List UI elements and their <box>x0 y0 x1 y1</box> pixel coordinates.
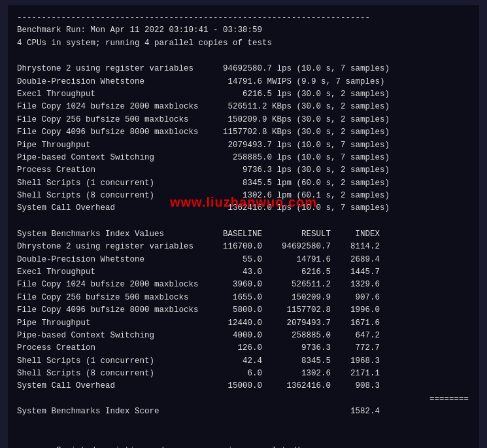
raw-result-line: Dhrystone 2 using register variables 946… <box>17 63 470 75</box>
score-line: System Benchmarks Index Score 1582.4 <box>17 405 470 418</box>
index-result-line: System Call Overhead 15000.0 1362416.0 9… <box>17 380 470 392</box>
empty-line-1 <box>17 50 470 63</box>
score-row: System Benchmarks Index Score 1582.4 <box>17 405 470 418</box>
raw-result-line: Pipe Throughput 2079493.7 lps (10.0 s, 7… <box>17 139 470 152</box>
raw-result-line: File Copy 1024 bufsize 2000 maxblocks 52… <box>17 101 470 113</box>
equals-separator: ======== <box>17 393 470 405</box>
header-line2: 4 CPUs in system; running 4 parallel cop… <box>17 37 470 50</box>
raw-result-line: Shell Scripts (1 concurrent) 8345.5 lpm … <box>17 177 470 190</box>
header-line1: Benchmark Run: Mon Apr 11 2022 03:10:41 … <box>17 24 470 37</box>
watermark: www.liuzhanwuo.com <box>170 195 317 210</box>
raw-result-line: Double-Precision Whetstone 14791.6 MWIPS… <box>17 76 470 88</box>
index-result-line: Double-Precision Whetstone 55.0 14791.6 … <box>17 254 470 266</box>
raw-result-line: File Copy 4096 bufsize 8000 maxblocks 11… <box>17 126 470 139</box>
index-result-line: File Copy 4096 bufsize 8000 maxblocks 58… <box>17 304 470 317</box>
raw-result-line: Process Creation 9736.3 lps (30.0 s, 2 s… <box>17 164 470 177</box>
index-result-line: Execl Throughput 43.0 6216.5 1445.7 <box>17 266 470 279</box>
separator-top: ----------------------------------------… <box>17 12 470 24</box>
index-result-line: Dhrystone 2 using register variables 116… <box>17 241 470 253</box>
completion-line: ======= Script description and score com… <box>17 445 470 448</box>
index-result-line: File Copy 1024 bufsize 2000 maxblocks 39… <box>17 279 470 291</box>
raw-result-line: Execl Throughput 6216.5 lps (30.0 s, 2 s… <box>17 88 470 101</box>
index-result-line: File Copy 256 bufsize 500 maxblocks 1655… <box>17 292 470 304</box>
empty-line-4 <box>17 432 470 445</box>
raw-result-line: Pipe-based Context Switching 258885.0 lp… <box>17 152 470 164</box>
index-result-line: Pipe Throughput 12440.0 2079493.7 1671.6 <box>17 317 470 330</box>
index-result-line: Shell Scripts (8 concurrent) 6.0 1302.6 … <box>17 368 470 380</box>
index-result-line: Pipe-based Context Switching 4000.0 2588… <box>17 330 470 342</box>
raw-results-section: Dhrystone 2 using register variables 946… <box>17 63 470 215</box>
terminal-window: www.liuzhanwuo.com ---------------------… <box>8 5 479 448</box>
empty-line-2 <box>17 215 470 228</box>
index-header-row: System Benchmarks Index Values BASELINE … <box>17 228 470 241</box>
index-header: System Benchmarks Index Values BASELINE … <box>17 228 470 241</box>
index-results-section: Dhrystone 2 using register variables 116… <box>17 241 470 393</box>
index-result-line: Process Creation 126.0 9736.3 772.7 <box>17 342 470 354</box>
empty-line-3 <box>17 419 470 432</box>
index-result-line: Shell Scripts (1 concurrent) 42.4 8345.5… <box>17 355 470 368</box>
raw-result-line: File Copy 256 bufsize 500 maxblocks 1502… <box>17 114 470 126</box>
